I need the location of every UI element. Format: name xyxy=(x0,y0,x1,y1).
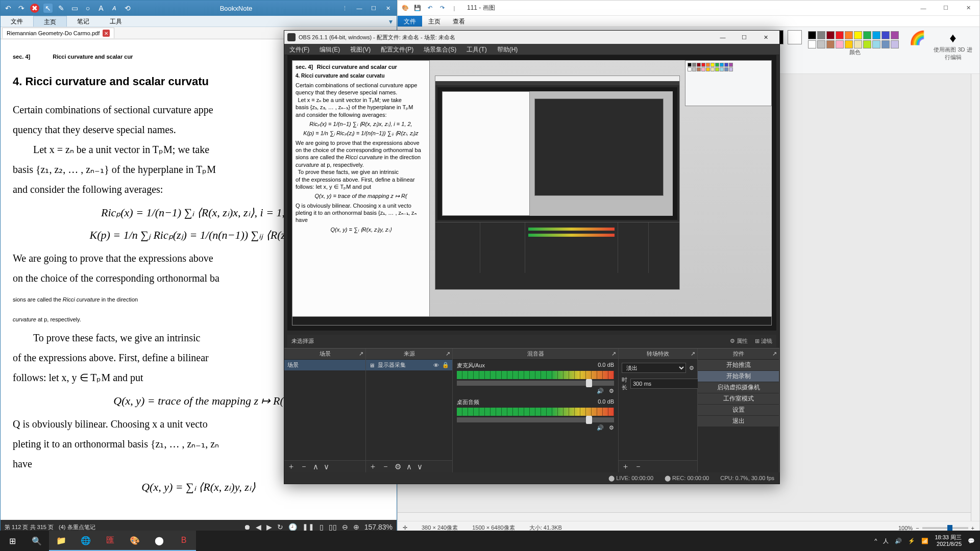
start-virtual-camera-button[interactable]: 启动虚拟摄像机 xyxy=(698,382,779,393)
minimize-icon[interactable]: — xyxy=(912,1,935,15)
wifi-icon[interactable]: 📶 xyxy=(921,538,928,544)
close-icon[interactable]: ✕ xyxy=(381,3,395,14)
notifications-icon[interactable]: 💬 xyxy=(968,538,975,544)
maximize-icon[interactable]: ☐ xyxy=(367,3,380,14)
color-swatch[interactable] xyxy=(881,31,890,39)
font-icon[interactable]: A xyxy=(110,4,119,13)
save-icon[interactable]: 💾 xyxy=(413,4,422,13)
gear-icon[interactable]: ⚙ xyxy=(609,424,614,431)
speaker-icon[interactable]: 🔊 xyxy=(597,388,604,394)
color-swatch[interactable] xyxy=(836,40,844,48)
color2-swatch[interactable] xyxy=(788,30,802,44)
maximize-icon[interactable]: ☐ xyxy=(935,1,957,15)
color-swatch[interactable] xyxy=(891,40,899,48)
taskbar-obs[interactable]: ⬤ xyxy=(147,531,172,551)
menu-tools[interactable]: 工具(T) xyxy=(461,44,492,55)
menu-profile[interactable]: 配置文件(P) xyxy=(376,44,419,55)
studio-mode-button[interactable]: 工作室模式 xyxy=(698,393,779,405)
volume-slider[interactable] xyxy=(457,381,614,386)
color-swatch[interactable] xyxy=(836,31,844,39)
zoom-slider[interactable] xyxy=(922,527,968,529)
down-icon[interactable]: ∨ xyxy=(324,462,329,471)
start-recording-button[interactable]: 开始录制 xyxy=(698,371,779,382)
paint3d-icon[interactable]: ♦ xyxy=(949,30,956,46)
color-swatch[interactable] xyxy=(872,31,880,39)
color-swatch[interactable] xyxy=(854,31,862,39)
up-icon[interactable]: ∧ xyxy=(313,462,318,471)
settings-button[interactable]: 设置 xyxy=(698,405,779,416)
zoom-in-icon[interactable]: + xyxy=(971,525,974,531)
tab-view[interactable]: 查看 xyxy=(447,16,471,27)
cursor-icon[interactable]: ↖ xyxy=(43,4,53,13)
transition-select[interactable]: 淡出 xyxy=(622,363,686,373)
rect-icon[interactable]: ▭ xyxy=(70,4,79,13)
color-swatch[interactable] xyxy=(845,40,853,48)
zoom-in-icon[interactable]: ⊕ xyxy=(353,523,359,531)
stop-icon[interactable]: ✖ xyxy=(30,4,39,13)
properties-button[interactable]: ⚙ 属性 xyxy=(730,337,748,345)
text-icon[interactable]: A xyxy=(96,4,106,13)
color-swatch[interactable] xyxy=(817,31,825,39)
color-swatch[interactable] xyxy=(817,40,825,48)
lock-icon[interactable]: 🔒 xyxy=(442,362,449,368)
taskbar-paint[interactable]: 🎨 xyxy=(122,531,147,551)
start-button[interactable]: ⊞ xyxy=(0,531,24,551)
menu-tools[interactable]: 工具 xyxy=(100,16,132,27)
zoom-out-icon[interactable]: − xyxy=(916,525,919,531)
chevron-up-icon[interactable]: ^ xyxy=(874,538,877,544)
two-page-icon[interactable]: ▯▯ xyxy=(329,523,337,531)
color-swatch[interactable] xyxy=(845,31,853,39)
minimize-icon[interactable]: — xyxy=(353,3,366,14)
minimize-icon[interactable]: — xyxy=(712,31,733,43)
network-icon[interactable]: ⚡ xyxy=(908,538,915,544)
history-icon[interactable]: 🕘 xyxy=(288,523,297,531)
circle-icon[interactable]: ○ xyxy=(83,4,92,13)
vscrollbar[interactable] xyxy=(971,74,979,521)
menu-scene[interactable]: 场景集合(S) xyxy=(419,44,461,55)
color-swatch[interactable] xyxy=(891,31,899,39)
next-icon[interactable]: ▶ xyxy=(266,523,272,531)
menu-notes[interactable]: 笔记 xyxy=(67,16,100,27)
clock[interactable]: 18:33 周三 2021/8/25 xyxy=(935,534,962,547)
menu-edit[interactable]: 编辑(E) xyxy=(314,44,345,55)
taskbar-explorer[interactable]: 📁 xyxy=(49,531,74,551)
tab-close-icon[interactable]: ✕ xyxy=(103,30,110,37)
chevron-down-icon[interactable]: ▾ xyxy=(385,16,397,27)
edit-colors-icon[interactable]: 🌈 xyxy=(909,30,925,46)
volume-icon[interactable]: 🔊 xyxy=(895,538,902,544)
color-swatch[interactable] xyxy=(808,40,816,48)
single-page-icon[interactable]: ▯ xyxy=(320,523,324,531)
more-icon[interactable]: ⋮ xyxy=(337,5,353,12)
color-swatch[interactable] xyxy=(863,31,871,39)
hscrollbar[interactable] xyxy=(398,512,971,521)
color-swatch[interactable] xyxy=(826,31,835,39)
popout-icon[interactable]: ↗ xyxy=(359,350,363,357)
close-icon[interactable]: ✕ xyxy=(755,31,776,43)
duration-input[interactable] xyxy=(630,379,706,389)
refresh-icon[interactable]: ↻ xyxy=(277,523,283,531)
remove-icon[interactable]: － xyxy=(382,462,389,471)
undo-icon[interactable]: ↶ xyxy=(4,4,13,13)
color-swatch[interactable] xyxy=(808,31,816,39)
color-swatch[interactable] xyxy=(826,40,835,48)
obs-preview[interactable]: sec. 4] Ricci curvature and scalar cur 4… xyxy=(287,55,776,331)
tab-file[interactable]: 文件 xyxy=(398,16,422,27)
redo-icon[interactable]: ↷ xyxy=(437,4,447,13)
record-icon[interactable]: ⏺ xyxy=(243,523,251,531)
pause-icon[interactable]: ❚❚ xyxy=(302,523,314,531)
menu-file[interactable]: 文件 xyxy=(1,16,33,27)
close-icon[interactable]: ✕ xyxy=(957,1,979,15)
undo-icon[interactable]: ↶ xyxy=(425,4,434,13)
visibility-icon[interactable]: 👁 xyxy=(433,362,439,368)
popout-icon[interactable]: ↗ xyxy=(691,350,695,357)
color-palette[interactable] xyxy=(808,31,899,48)
add-icon[interactable]: ＋ xyxy=(287,462,295,471)
popout-icon[interactable]: ↗ xyxy=(611,350,616,357)
source-item[interactable]: 🖥 显示器采集 👁 🔒 xyxy=(366,360,452,370)
color-swatch[interactable] xyxy=(854,40,862,48)
search-icon[interactable]: 🔍 xyxy=(24,531,49,551)
prev-icon[interactable]: ◀ xyxy=(256,523,261,531)
taskbar-app[interactable]: 匯 xyxy=(98,531,122,551)
up-icon[interactable]: ∧ xyxy=(406,462,412,471)
start-streaming-button[interactable]: 开始推流 xyxy=(698,360,779,371)
